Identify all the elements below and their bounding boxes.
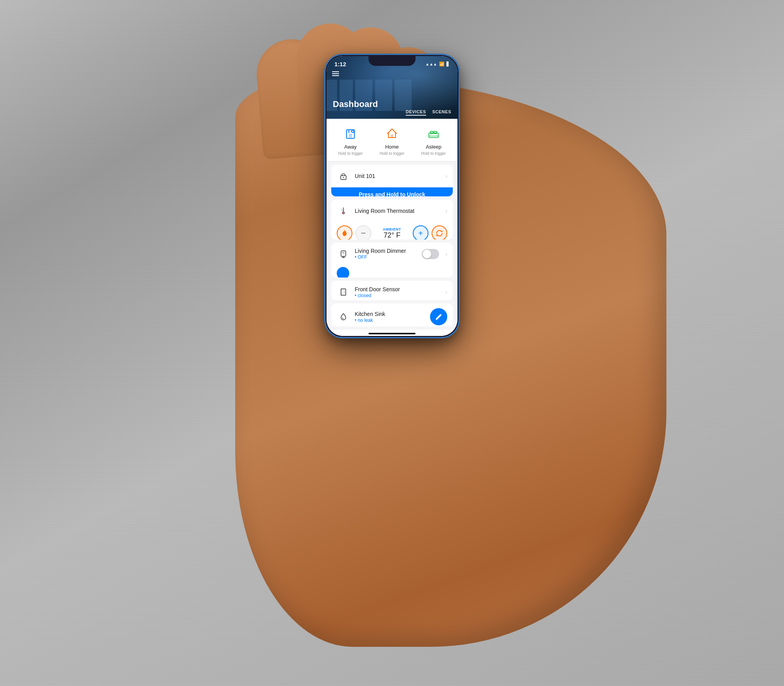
dimmer-toggle[interactable]	[422, 249, 439, 259]
thermostat-refresh-button[interactable]	[432, 225, 447, 240]
temp-display: AMBIENT 72° F	[374, 227, 410, 240]
dimmer-card: Living Room Dimmer • OFF ›	[331, 243, 453, 278]
scene-asleep[interactable]: Asleep Hold to trigger	[421, 125, 446, 156]
thermostat-minus-button[interactable]: −	[356, 225, 371, 240]
door-icon	[337, 285, 350, 299]
door-card: Front Door Sensor • closed ›	[331, 281, 453, 300]
nav-scenes[interactable]: SCENES	[432, 109, 451, 116]
door-chevron: ›	[445, 289, 447, 295]
home-icon	[383, 125, 401, 142]
lock-card: Unit 101 › Press and Hold to Unlock	[331, 165, 453, 196]
device-list: Unit 101 › Press and Hold to Unlock	[327, 162, 457, 330]
water-icon	[337, 310, 350, 323]
svg-point-18	[344, 292, 345, 292]
dimmer-info: Living Room Dimmer • OFF	[355, 248, 417, 260]
hamburger-menu[interactable]	[332, 70, 339, 77]
nav-devices[interactable]: DEVICES	[406, 109, 426, 116]
phone-frame: 1:12 ▲▲▲ 📶 ▋ DEVICES SCENE	[325, 55, 459, 337]
thermostat-controls: − AMBIENT 72° F +	[331, 222, 453, 240]
phone-notch	[368, 55, 416, 66]
lock-name: Unit 101	[355, 173, 441, 179]
dashboard-title: Dashboard	[333, 99, 378, 109]
thermostat-row[interactable]: Living Room Thermostat ›	[331, 200, 453, 222]
dimmer-chevron: ›	[445, 251, 447, 257]
thermostat-info: Living Room Thermostat	[355, 208, 441, 214]
scenes-row: Away Hold to trigger Home Hold to	[327, 119, 457, 162]
dimmer-status: • OFF	[355, 254, 417, 260]
status-icons: ▲▲▲ 📶 ▋	[425, 62, 450, 67]
svg-rect-1	[349, 134, 352, 138]
lock-row[interactable]: Unit 101 ›	[331, 165, 453, 187]
status-time: 1:12	[334, 61, 346, 67]
edit-fab[interactable]	[430, 308, 447, 325]
unlock-button[interactable]: Press and Hold to Unlock	[331, 187, 453, 196]
home-label: Home	[385, 144, 399, 150]
door-row[interactable]: Front Door Sensor • closed ›	[331, 281, 453, 300]
door-name: Front Door Sensor	[355, 286, 441, 292]
water-row[interactable]: Kitchen Sink • no leak	[331, 303, 453, 327]
thermostat-icon	[337, 204, 350, 218]
dimmer-icon	[337, 247, 350, 261]
home-sublabel: Hold to trigger	[380, 151, 405, 156]
dimmer-color-dot[interactable]	[337, 267, 349, 278]
svg-rect-3	[391, 134, 393, 138]
scene-away[interactable]: Away Hold to trigger	[338, 125, 363, 156]
asleep-icon	[425, 125, 442, 142]
home-indicator	[327, 330, 457, 336]
wifi-icon: 📶	[439, 62, 445, 67]
svg-rect-13	[341, 251, 346, 256]
scene-home[interactable]: Home Hold to trigger	[380, 125, 405, 156]
ambient-label: AMBIENT	[374, 227, 410, 231]
battery-icon: ▋	[446, 62, 450, 67]
lock-info: Unit 101	[355, 173, 441, 179]
svg-point-2	[352, 130, 354, 132]
thermostat-plus-button[interactable]: +	[413, 225, 428, 240]
thermostat-name: Living Room Thermostat	[355, 208, 441, 214]
home-bar	[368, 333, 416, 334]
dimmer-name: Living Room Dimmer	[355, 248, 417, 254]
door-status: • closed	[355, 293, 441, 298]
scene-root: 1:12 ▲▲▲ 📶 ▋ DEVICES SCENE	[0, 0, 784, 686]
asleep-sublabel: Hold to trigger	[421, 151, 446, 156]
door-info: Front Door Sensor • closed	[355, 286, 441, 298]
thermostat-card: Living Room Thermostat › −	[331, 200, 453, 240]
away-sublabel: Hold to trigger	[338, 151, 363, 156]
water-card: Kitchen Sink • no leak	[331, 303, 453, 327]
water-status: • no leak	[355, 318, 425, 323]
lock-chevron: ›	[445, 173, 447, 179]
dimmer-row[interactable]: Living Room Dimmer • OFF ›	[331, 243, 453, 265]
signal-icon: ▲▲▲	[425, 62, 437, 66]
water-info: Kitchen Sink • no leak	[355, 311, 425, 323]
thermostat-fire-button[interactable]	[337, 225, 352, 240]
temp-value: 72° F	[374, 231, 410, 240]
phone-screen: 1:12 ▲▲▲ 📶 ▋ DEVICES SCENE	[327, 56, 457, 336]
away-label: Away	[344, 144, 357, 150]
lock-icon	[337, 169, 350, 183]
phone-wrapper: 1:12 ▲▲▲ 📶 ▋ DEVICES SCENE	[325, 55, 459, 337]
thermostat-chevron: ›	[445, 208, 447, 214]
asleep-label: Asleep	[426, 144, 441, 150]
svg-point-9	[343, 177, 344, 178]
away-icon	[342, 125, 359, 142]
water-name: Kitchen Sink	[355, 311, 425, 317]
svg-point-10	[342, 212, 345, 214]
svg-rect-17	[341, 289, 346, 295]
